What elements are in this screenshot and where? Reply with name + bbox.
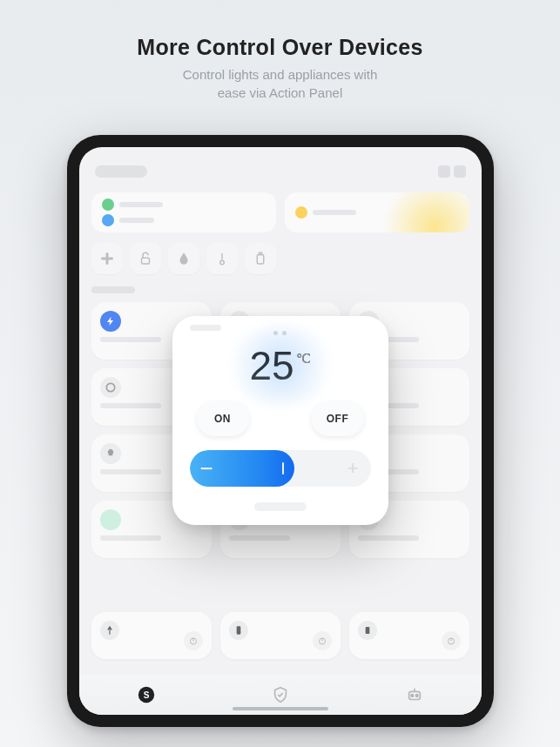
section-label [91,286,135,293]
temperature-unit: ℃ [296,351,311,367]
temperature-icon [102,199,114,211]
page-subtitle: Control lights and appliances with ease … [0,65,560,102]
svg-rect-5 [259,252,261,254]
quick-chip-fan[interactable] [91,243,123,274]
quick-chip-water[interactable] [168,243,199,274]
header-title-stub [95,165,147,178]
sensor-card-climate[interactable] [91,192,276,232]
minus-icon[interactable]: − [200,457,213,480]
quick-chip-thermo[interactable] [206,243,238,274]
circle-icon [100,377,121,398]
tab-security[interactable] [268,683,293,707]
temperature-value: 25 [249,342,293,389]
sensor-card-light[interactable] [285,192,469,232]
tab-robot[interactable] [402,683,427,707]
temperature-slider[interactable]: − + [190,450,371,487]
bulb-icon [100,443,121,464]
slider-handle[interactable] [282,462,284,474]
power-button[interactable] [442,631,461,650]
svg-rect-8 [236,626,240,634]
power-button[interactable] [184,631,203,650]
favorites-strip [91,612,469,668]
svg-point-3 [219,260,224,265]
home-indicator[interactable] [233,707,328,710]
plug-icon [100,509,121,530]
plus-icon[interactable]: + [347,457,359,480]
tablet-frame: S 25 ℃ ON OFF − [67,135,494,727]
temperature-display: 25 ℃ [249,342,310,389]
speaker-icon [229,621,248,640]
svg-rect-2 [141,258,149,264]
lightning-icon [100,311,121,332]
favorite-card[interactable] [91,612,212,659]
svg-rect-4 [257,255,264,265]
lamp-icon [100,621,119,640]
favorite-card[interactable] [349,612,469,659]
panel-footer-stub [254,502,307,511]
power-button[interactable] [313,631,332,650]
quick-chip-lock[interactable] [130,243,161,274]
header-view-toggle[interactable] [438,165,466,178]
on-button[interactable]: ON [197,401,249,436]
tablet-screen: S 25 ℃ ON OFF − [79,147,482,715]
favorite-card[interactable] [220,612,341,659]
quick-chip-battery[interactable] [245,243,276,274]
humidity-icon [102,214,114,226]
svg-rect-10 [365,627,369,634]
bulb-icon [295,206,307,219]
tab-home[interactable]: S [134,683,159,707]
panel-title-stub [190,325,221,331]
svg-rect-1 [101,258,113,260]
svg-text:S: S [143,690,149,700]
svg-point-6 [106,383,114,391]
action-panel: 25 ℃ ON OFF − + [172,316,388,525]
svg-point-15 [410,695,413,697]
page-title: More Control Over Devices [0,35,560,60]
device-icon [358,621,377,640]
svg-point-16 [415,695,418,697]
off-button[interactable]: OFF [312,401,364,436]
